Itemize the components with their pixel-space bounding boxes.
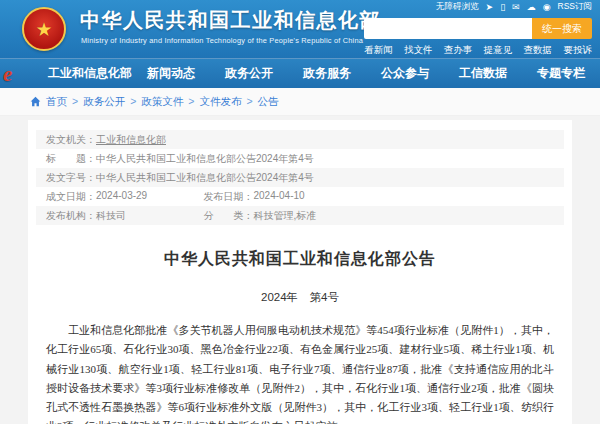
meta-label: 发文机关： (46, 133, 96, 147)
meta-cell: 发文字号：中华人民共和国工业和信息化部公告2024年第4号 (46, 171, 314, 185)
meta-label: 发文字号： (46, 171, 96, 185)
national-emblem: ★ (22, 7, 66, 51)
nav-item[interactable]: 政务服务 (288, 65, 366, 82)
quick-links: 看新闻找文件查办事提意见查数据要投诉 (364, 44, 592, 57)
search-bar: 统一搜索 (364, 18, 592, 39)
breadcrumb-link[interactable]: 首页 (46, 95, 67, 109)
header-right: 无障碍浏览 ➤▯✉☁◉ RSS订阅 统一搜索 看新闻找文件查办事提意见查数据要投… (364, 1, 592, 57)
meta-value[interactable]: 工业和信息化部 (96, 133, 166, 147)
breadcrumb-link[interactable]: 政务公开 (83, 95, 125, 109)
meta-cell: 成文日期：2024-03-29 (46, 190, 203, 204)
quick-link[interactable]: 查办事 (444, 44, 473, 57)
meta-label: 发布日期： (203, 190, 253, 204)
site-header: ★ 中华人民共和国工业和信息化部 Ministry of Industry an… (0, 0, 600, 58)
meta-cell: 分 类：科技管理,标准 (203, 209, 316, 223)
content-card: 发文机关：工业和信息化部标 题：中华人民共和国工业和信息化部公告2024年第4号… (28, 120, 572, 424)
utility-icons: ➤▯✉☁◉ (486, 3, 551, 12)
mail-icon[interactable]: ✉ (512, 3, 520, 12)
meta-cell: 发布机构：科技司 (46, 209, 203, 223)
nav-item[interactable]: 专题专栏 (522, 65, 600, 82)
meta-value: 中华人民共和国工业和信息化部公告2024年第4号 (96, 152, 314, 166)
meta-value: 中华人民共和国工业和信息化部公告2024年第4号 (96, 171, 314, 185)
nav-item[interactable]: 工信数据 (444, 65, 522, 82)
breadcrumb-separator: > (130, 95, 136, 109)
nav-item[interactable]: 新闻动态 (132, 65, 210, 82)
meta-row: 发文字号：中华人民共和国工业和信息化部公告2024年第4号 (36, 168, 564, 187)
breadcrumb-link[interactable]: 文件发布 (199, 95, 241, 109)
meta-value: 科技司 (96, 209, 126, 223)
miit-logo-icon: e (3, 62, 12, 87)
rss-link[interactable]: RSS订阅 (558, 1, 592, 13)
breadcrumb-separator: > (246, 95, 252, 109)
document-meta-table: 发文机关：工业和信息化部标 题：中华人民共和国工业和信息化部公告2024年第4号… (36, 130, 564, 225)
breadcrumb-items: 首页>政务公开>政策文件>文件发布>公告 (46, 95, 279, 109)
meta-row: 成文日期：2024-03-29发布日期：2024-04-10 (36, 187, 564, 206)
meta-label: 标 题： (46, 152, 96, 166)
nav-items: 工业和信息化部新闻动态政务公开政务服务公众参与工信数据专题专栏 (48, 65, 600, 82)
search-input[interactable] (364, 18, 532, 39)
meta-cell: 标 题：中华人民共和国工业和信息化部公告2024年第4号 (46, 152, 314, 166)
emblem-star-icon: ★ (35, 20, 52, 39)
document-issue-number: 2024年 第4号 (36, 290, 564, 305)
search-button[interactable]: 统一搜索 (532, 18, 592, 39)
nav-item[interactable]: 政务公开 (210, 65, 288, 82)
meta-row: 发布机构：科技司分 类：科技管理,标准 (36, 206, 564, 225)
meta-label: 成文日期： (46, 190, 96, 204)
meta-value: 科技管理,标准 (253, 209, 316, 223)
nav-item[interactable]: 公众参与 (366, 65, 444, 82)
meta-label: 分 类： (203, 209, 253, 223)
breadcrumb-link[interactable]: 公告 (258, 95, 279, 109)
mobile-icon[interactable]: ▯ (500, 3, 505, 12)
utility-row: 无障碍浏览 ➤▯✉☁◉ RSS订阅 (364, 1, 592, 13)
quick-link[interactable]: 要投诉 (563, 44, 592, 57)
cursor-icon[interactable]: ➤ (486, 3, 494, 12)
quick-link[interactable]: 看新闻 (364, 44, 393, 57)
breadcrumb-separator: > (188, 95, 194, 109)
document-title: 中华人民共和国工业和信息化部公告 (36, 249, 564, 270)
breadcrumb-link[interactable]: 政策文件 (141, 95, 183, 109)
breadcrumb: 首页>政务公开>政策文件>文件发布>公告 (0, 88, 600, 116)
meta-cell: 发布日期：2024-04-10 (203, 190, 304, 204)
quick-link[interactable]: 提意见 (484, 44, 513, 57)
weibo-icon[interactable]: ◉ (543, 3, 551, 12)
meta-value: 2024-04-10 (253, 190, 304, 204)
breadcrumb-separator: > (72, 95, 78, 109)
meta-row: 标 题：中华人民共和国工业和信息化部公告2024年第4号 (36, 149, 564, 168)
wechat-icon[interactable]: ☁ (527, 3, 536, 12)
meta-label: 发布机构： (46, 209, 96, 223)
home-icon (30, 96, 41, 107)
meta-value: 2024-03-29 (96, 190, 147, 204)
accessibility-link[interactable]: 无障碍浏览 (436, 1, 479, 13)
quick-link[interactable]: 查数据 (524, 44, 553, 57)
quick-link[interactable]: 找文件 (404, 44, 433, 57)
site-subtitle: Ministry of Industry and Information Tec… (81, 36, 363, 45)
main-nav: e 工业和信息化部新闻动态政务公开政务服务公众参与工信数据专题专栏 (0, 58, 600, 88)
site-title: 中华人民共和国工业和信息化部 (80, 7, 381, 34)
nav-item[interactable]: 工业和信息化部 (48, 65, 132, 82)
meta-cell: 发文机关：工业和信息化部 (46, 133, 166, 147)
document-body: 工业和信息化部批准《多关节机器人用伺服电动机技术规范》等454项行业标准（见附件… (46, 321, 554, 424)
meta-row: 发文机关：工业和信息化部 (36, 130, 564, 149)
